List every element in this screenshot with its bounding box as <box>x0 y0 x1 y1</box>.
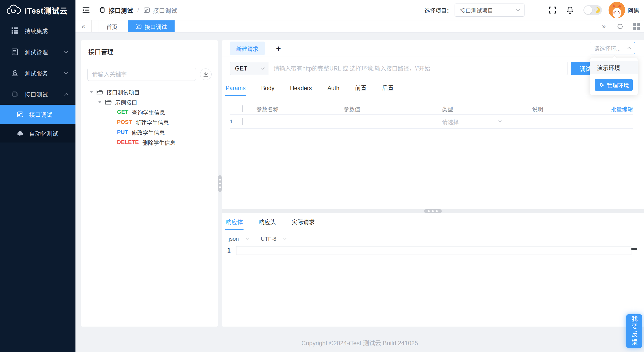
sidebar-item-label: 测试服务 <box>25 69 64 77</box>
col-param-name: 参数名称 <box>256 105 344 113</box>
encoding-select-value: UTF-8 <box>261 236 276 242</box>
bulk-edit-link[interactable]: 批量编辑 <box>605 105 633 113</box>
response-tabs: 响应体 响应头 实际请求 <box>222 216 644 230</box>
sidebar-item-label: 接口测试 <box>25 90 64 98</box>
document-icon <box>11 48 19 56</box>
api-name: 查询学生信息 <box>132 108 165 116</box>
line-number: 1 <box>222 246 236 255</box>
tab-response-headers[interactable]: 响应头 <box>258 216 276 230</box>
response-editor[interactable]: 1 <box>222 246 644 327</box>
sidebar-subitem-auto-test[interactable]: 自动化测试 <box>0 124 75 143</box>
chevron-down-icon <box>64 51 68 53</box>
row-checkbox[interactable] <box>242 118 243 125</box>
sidebar-submenu: 接口调试 自动化测试 <box>0 105 75 143</box>
tab-pre-script[interactable]: 前置 <box>354 82 367 96</box>
caret-down-icon[interactable] <box>98 101 102 103</box>
sidebar-subitem-api-debug[interactable]: 接口调试 <box>0 105 75 124</box>
moon-icon <box>594 7 600 13</box>
sidebar: iTest测试云 持续集成 测试管理 <box>0 0 75 352</box>
tab-actual-request[interactable]: 实际请求 <box>291 216 315 230</box>
api-name: 修改学生信息 <box>132 128 165 136</box>
tab-post-script[interactable]: 后置 <box>382 82 394 96</box>
app-window: iTest测试云 持续集成 测试管理 <box>0 0 644 352</box>
sidebar-item-label: 测试管理 <box>25 48 64 56</box>
tab-headers[interactable]: Headers <box>290 83 312 96</box>
request-tab-new[interactable]: 新建请求 <box>230 42 265 55</box>
chevron-down-icon <box>245 238 249 240</box>
theme-toggle[interactable] <box>583 5 602 15</box>
import-download-button[interactable] <box>200 68 212 80</box>
username[interactable]: 阿黑 <box>628 6 639 14</box>
tabs-scroll-right-icon[interactable]: » <box>596 20 612 32</box>
caret-down-icon[interactable] <box>89 91 93 93</box>
method-select[interactable]: GET <box>230 62 268 75</box>
add-request-button[interactable]: + <box>276 44 281 53</box>
android-icon <box>17 130 24 137</box>
sidebar-item-api-test[interactable]: 接口测试 <box>0 84 75 105</box>
env-option-demo[interactable]: 演示环境 <box>590 61 638 74</box>
tab-api-debug-label: 接口调试 <box>145 22 167 30</box>
tab-params[interactable]: Params <box>225 83 246 96</box>
tab-body[interactable]: Body <box>261 83 275 96</box>
breadcrumb-separator: / <box>137 7 139 14</box>
main-column: 接口测试 / 接口调试 选择项目： 接口测试项目 <box>75 0 644 352</box>
env-dropdown-popup: 演示环境 管理环境 <box>590 58 638 95</box>
splitter-handle[interactable] <box>218 175 222 192</box>
api-debug-icon <box>136 23 142 29</box>
breadcrumb-level1[interactable]: 接口测试 <box>109 6 133 15</box>
row-index: 1 <box>230 118 242 125</box>
tree-node-project[interactable]: 接口测试项目 <box>89 87 218 97</box>
menu-fold-icon[interactable] <box>82 6 91 14</box>
api-search-input[interactable] <box>87 68 196 81</box>
refresh-icon[interactable] <box>612 20 628 32</box>
editor-line: 1 <box>222 246 644 255</box>
tree-node-folder[interactable]: 示例接口 <box>89 97 218 107</box>
tree-api-get[interactable]: GET 查询学生信息 <box>89 107 218 117</box>
tab-auth[interactable]: Auth <box>327 83 340 96</box>
tab-home[interactable]: 首页 <box>99 20 125 32</box>
tree-api-delete[interactable]: DELETE 删除学生信息 <box>89 137 218 147</box>
content-area: 接口管理 <box>75 32 644 352</box>
vertical-splitter[interactable] <box>218 40 222 327</box>
editor-current-line[interactable] <box>236 246 631 255</box>
sidebar-item-test-mgmt[interactable]: 测试管理 <box>0 41 75 62</box>
url-input[interactable] <box>268 62 568 75</box>
breadcrumb-level2[interactable]: 接口调试 <box>153 6 177 15</box>
param-type-placeholder: 请选择 <box>442 118 498 126</box>
tab-response-body[interactable]: 响应体 <box>225 216 244 230</box>
param-type-select[interactable]: 请选择 <box>442 118 532 126</box>
format-select-value: json <box>229 236 239 242</box>
brand[interactable]: iTest测试云 <box>0 0 75 20</box>
chevron-up-icon <box>627 47 631 49</box>
api-name: 新建学生信息 <box>136 118 169 126</box>
chevron-down-icon <box>498 120 502 123</box>
chevron-down-icon <box>261 67 265 70</box>
bell-icon[interactable] <box>566 6 574 14</box>
api-tree: 接口测试项目 示例接口 <box>81 81 218 147</box>
env-select-placeholder: 请选择环... <box>594 44 627 52</box>
env-select[interactable]: 请选择环... <box>590 42 635 54</box>
copyright-text: Copyright ©2024-iTest 测试云 Build 241025 <box>301 338 418 347</box>
project-select[interactable]: 接口测试项目 <box>455 4 525 17</box>
tree-api-put[interactable]: PUT 修改学生信息 <box>89 127 218 137</box>
horizontal-splitter[interactable] <box>222 209 644 213</box>
request-panel: 新建请求 + 请选择环... 演示环境 <box>222 40 644 327</box>
splitter-handle[interactable] <box>424 209 442 213</box>
params-table: 参数名称 参数值 类型 说明 批量编辑 1 请选择 <box>230 103 633 129</box>
project-select-label: 选择项目： <box>424 6 452 14</box>
avatar[interactable] <box>609 2 625 18</box>
select-all-checkbox[interactable] <box>242 105 243 112</box>
fullscreen-icon[interactable] <box>549 6 556 14</box>
format-select[interactable]: json <box>229 236 249 242</box>
sidebar-item-ci[interactable]: 持续集成 <box>0 20 75 41</box>
tab-api-debug[interactable]: 接口调试 <box>128 20 175 32</box>
feedback-button[interactable]: 我要反馈 <box>626 314 642 348</box>
encoding-select[interactable]: UTF-8 <box>261 236 287 242</box>
layout-grid-icon[interactable] <box>628 20 644 32</box>
method-badge-put: PUT <box>117 129 128 135</box>
sidebar-item-test-service[interactable]: 测试服务 <box>0 62 75 84</box>
tree-api-post[interactable]: POST 新建学生信息 <box>89 117 218 127</box>
tabs-scroll-left-icon[interactable]: « <box>75 20 92 32</box>
manage-env-button[interactable]: 管理环境 <box>595 79 633 91</box>
editor-scrollbar-handle[interactable] <box>631 248 637 250</box>
